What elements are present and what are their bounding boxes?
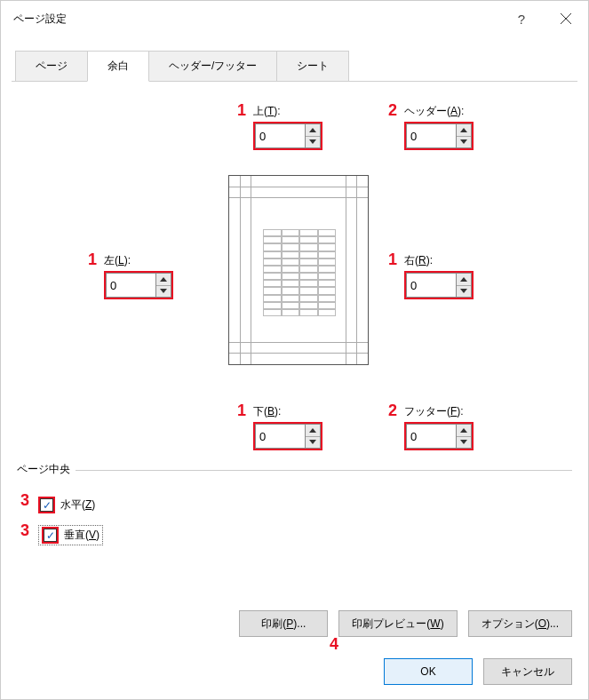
center-horizontal-row: ✓ 水平(Z) <box>38 497 95 513</box>
close-icon <box>560 12 572 25</box>
ok-button[interactable]: OK <box>384 658 473 685</box>
annotation-1-left: 1 <box>88 251 97 269</box>
margin-footer-label: フッター(F): <box>404 404 464 419</box>
margin-header-up[interactable] <box>457 124 471 137</box>
margin-bottom-input[interactable] <box>255 424 305 449</box>
tab-margins[interactable]: 余白 <box>87 51 149 82</box>
svg-marker-12 <box>460 428 467 433</box>
center-horizontal-checkbox[interactable]: ✓ <box>40 498 53 512</box>
margin-right-down[interactable] <box>457 286 471 298</box>
annotation-2-header: 2 <box>388 101 397 120</box>
titlebar: ページ設定 ? <box>1 1 588 36</box>
margin-left-spinner <box>104 271 173 299</box>
close-button[interactable] <box>544 1 588 36</box>
margin-top-input[interactable] <box>255 123 305 148</box>
dialog-button-row: OK キャンセル <box>384 658 572 685</box>
svg-marker-11 <box>309 440 316 444</box>
margin-footer-up[interactable] <box>457 425 471 437</box>
svg-marker-13 <box>460 440 467 444</box>
options-button[interactable]: オプション(O)... <box>468 610 572 637</box>
annotation-1-bottom: 1 <box>237 402 246 420</box>
tab-bar: ページ 余白 ヘッダー/フッター シート <box>1 51 588 82</box>
svg-marker-5 <box>460 139 467 144</box>
svg-marker-4 <box>460 128 467 132</box>
svg-marker-8 <box>460 277 467 282</box>
margin-bottom-group: 下(B): <box>253 404 322 450</box>
tab-sheet[interactable]: シート <box>276 51 349 82</box>
margin-bottom-down[interactable] <box>306 437 320 449</box>
check-icon: ✓ <box>46 530 55 541</box>
margin-right-spinner <box>404 271 474 299</box>
center-group-legend: ページ中央 <box>17 462 76 477</box>
annotation-3-v: 3 <box>20 521 29 540</box>
svg-marker-6 <box>160 277 167 282</box>
margin-header-group: ヘッダー(A): <box>404 104 474 150</box>
center-vertical-checkbox[interactable]: ✓ <box>44 529 57 542</box>
margin-footer-group: フッター(F): <box>404 404 474 450</box>
margin-top-spinner <box>253 122 322 150</box>
svg-marker-9 <box>460 289 467 293</box>
margin-left-label: 左(L): <box>104 253 131 268</box>
page-preview <box>228 175 369 365</box>
print-preview-button[interactable]: 印刷プレビュー(W) <box>338 610 457 637</box>
help-button[interactable]: ? <box>499 1 544 36</box>
margin-top-label: 上(T): <box>253 104 281 119</box>
margin-bottom-label: 下(B): <box>253 404 281 419</box>
annotation-1-top: 1 <box>237 101 246 120</box>
margin-top-up[interactable] <box>306 124 320 137</box>
annotation-2-footer: 2 <box>388 402 397 420</box>
margin-bottom-spinner <box>253 422 322 450</box>
annotation-1-right: 1 <box>388 251 397 269</box>
action-button-row: 印刷(P)... 印刷プレビュー(W) オプション(O)... <box>239 610 572 637</box>
center-vertical-label: 垂直(V) <box>64 528 99 543</box>
margin-bottom-up[interactable] <box>306 425 320 437</box>
margin-top-group: 上(T): <box>253 104 322 150</box>
svg-marker-3 <box>309 139 316 144</box>
svg-marker-10 <box>309 428 316 433</box>
print-button[interactable]: 印刷(P)... <box>239 610 328 637</box>
annotation-4-ok: 4 <box>330 635 338 654</box>
margin-right-input[interactable] <box>406 273 456 298</box>
tab-page[interactable]: ページ <box>15 51 88 82</box>
margin-left-down[interactable] <box>156 286 171 298</box>
svg-marker-7 <box>160 289 167 293</box>
margin-footer-input[interactable] <box>406 424 456 449</box>
margin-left-input[interactable] <box>106 273 155 298</box>
margin-right-group: 右(R): <box>404 253 474 299</box>
margin-top-down[interactable] <box>306 137 320 148</box>
dialog-title: ページ設定 <box>13 12 67 27</box>
annotation-3-h: 3 <box>20 491 29 510</box>
svg-marker-2 <box>309 128 316 132</box>
margin-header-label: ヘッダー(A): <box>404 104 464 119</box>
tab-header-footer[interactable]: ヘッダー/フッター <box>148 51 277 82</box>
margin-right-up[interactable] <box>457 274 471 286</box>
center-horizontal-label: 水平(Z) <box>60 497 95 513</box>
cancel-button[interactable]: キャンセル <box>483 658 572 685</box>
margin-left-up[interactable] <box>156 274 171 286</box>
help-icon: ? <box>518 12 525 27</box>
margin-header-spinner <box>404 122 474 150</box>
margin-footer-spinner <box>404 422 474 450</box>
margin-right-label: 右(R): <box>404 253 433 268</box>
margin-left-group: 左(L): <box>104 253 173 299</box>
margin-header-input[interactable] <box>406 123 456 148</box>
check-icon: ✓ <box>43 500 52 511</box>
margin-header-down[interactable] <box>457 137 471 148</box>
preview-grid <box>263 229 336 316</box>
margin-footer-down[interactable] <box>457 437 471 449</box>
center-vertical-row: ✓ 垂直(V) <box>38 525 103 545</box>
page-setup-dialog: ページ設定 ? ページ 余白 ヘッダー/フッター シート 上(T): 1 <box>0 0 589 700</box>
